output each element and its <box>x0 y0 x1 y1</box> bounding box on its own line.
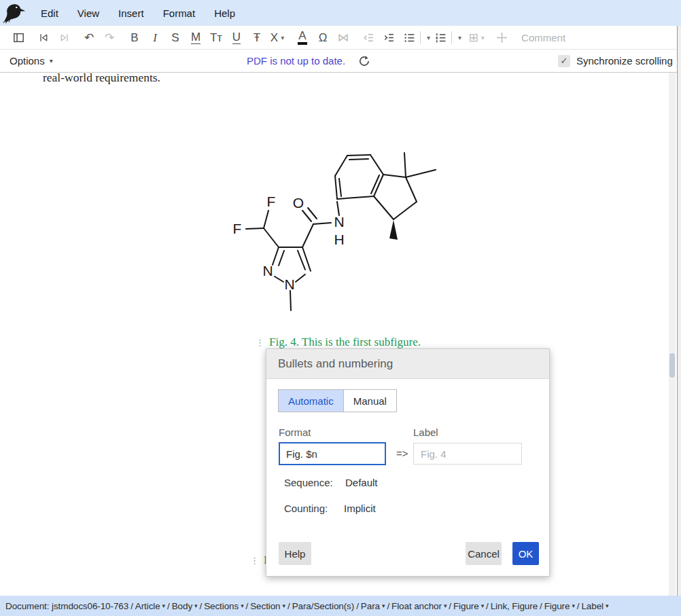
status-bar-breadcrumb: Document: jstmdocs06-10-763/Article▾/Bod… <box>0 596 681 616</box>
breadcrumb-item[interactable]: Sections▾ <box>204 601 243 611</box>
breadcrumb-item[interactable]: Float anchor▾ <box>391 601 447 611</box>
chevron-down-icon: ▾ <box>427 34 430 41</box>
chevron-down-icon: ▾ <box>50 57 53 65</box>
bowtie-button: ⋈ <box>333 27 353 48</box>
numbered-list-button[interactable]: ▾ <box>435 27 461 48</box>
monospace-button[interactable]: M <box>186 27 206 48</box>
help-button[interactable]: Help <box>279 542 311 565</box>
menu-bar: EditViewInsertFormatHelp <box>0 0 681 26</box>
table-button: ⊞▾ <box>466 27 487 48</box>
ok-button[interactable]: OK <box>512 542 539 565</box>
toolbar-buttons: ↶↷BISMTᴛUŦX▾AΩ⋈▾▾⊞▾ <box>8 27 512 48</box>
bold-button[interactable]: B <box>124 27 145 48</box>
breadcrumb-item: Link, Figure <box>491 601 538 611</box>
options-bar: Options ▾ PDF is not up to date. ✓ Synch… <box>0 50 677 73</box>
label-preview-input[interactable] <box>413 443 522 465</box>
italic-button[interactable]: I <box>145 27 165 48</box>
undo-button[interactable]: ↶ <box>79 27 99 48</box>
bullet-list-button[interactable]: ▾ <box>404 27 430 48</box>
menu-edit[interactable]: Edit <box>31 1 68 25</box>
format-field-label: Format <box>279 427 311 438</box>
breadcrumb-item[interactable]: Figure▾ <box>453 601 484 611</box>
atom-label-n-amide: N <box>334 214 344 230</box>
strikethrough-button[interactable]: Ŧ <box>247 27 267 48</box>
bullet-list-icon <box>404 32 415 43</box>
sequence-label: Sequence: <box>284 477 333 488</box>
sans-serif-button[interactable]: S <box>165 27 186 48</box>
chevron-down-icon: ▾ <box>162 602 165 609</box>
chevron-down-icon: ▾ <box>444 602 447 609</box>
figure-caption[interactable]: Fig. 4. This is the first subfigure. <box>269 336 421 349</box>
text-color-button[interactable]: A <box>292 27 313 48</box>
breadcrumb-item-label: Article <box>135 601 160 611</box>
chevron-down-icon: ▾ <box>458 34 461 41</box>
breadcrumb-item-label: Sections <box>204 601 239 611</box>
outdent-icon <box>363 32 374 43</box>
refresh-pdf-icon[interactable] <box>358 55 370 67</box>
vertical-scrollbar-thumb[interactable] <box>669 353 675 378</box>
cancel-button[interactable]: Cancel <box>466 542 502 565</box>
pdf-status-text: PDF is not up to date. <box>247 55 345 67</box>
numbered-list-icon <box>435 32 447 43</box>
vertical-scrollbar-track[interactable] <box>669 73 676 596</box>
format-input[interactable] <box>279 442 386 465</box>
breadcrumb-separator: / <box>449 601 451 611</box>
breadcrumb-item[interactable]: Body▾ <box>172 601 198 611</box>
atom-label-f-top: F <box>267 194 276 209</box>
breadcrumb-item[interactable]: Label▾ <box>581 601 608 611</box>
redo-glyph: ↷ <box>105 32 114 43</box>
adjacent-pane-edge <box>678 26 681 596</box>
atom-label-f-left: F <box>233 221 242 236</box>
breadcrumb-separator: / <box>167 601 170 611</box>
synchronize-scrolling-checkbox[interactable]: ✓ <box>558 55 570 67</box>
paragraph-text[interactable]: real-world requirements. <box>43 71 160 85</box>
skip-to-end-button <box>54 27 74 48</box>
menu-help[interactable]: Help <box>205 1 245 25</box>
math-style-button[interactable]: X▾ <box>267 27 287 48</box>
chevron-down-icon: ▾ <box>194 602 197 609</box>
chevron-down-icon: ▾ <box>283 602 285 609</box>
chevron-down-icon: ▾ <box>606 602 608 609</box>
chevron-down-icon: ▾ <box>481 34 485 41</box>
small-caps-glyph: Tᴛ <box>210 32 222 43</box>
redo-button: ↷ <box>99 27 120 48</box>
tab-manual[interactable]: Manual <box>343 390 396 412</box>
breadcrumb-separator: / <box>387 601 389 611</box>
checkmark-icon: ✓ <box>561 56 568 66</box>
monospace-glyph: M <box>191 31 200 44</box>
small-caps-button[interactable]: Tᴛ <box>206 27 226 48</box>
caption-drag-handle[interactable]: ⋮ <box>256 338 264 347</box>
menu-insert[interactable]: Insert <box>109 1 154 25</box>
bold-glyph: B <box>130 32 138 43</box>
app-logo-bird-icon <box>1 1 29 25</box>
chemical-structure-figure[interactable]: F F O N H N N <box>224 143 449 319</box>
breadcrumb-item-label: Para <box>361 601 380 611</box>
menu-format[interactable]: Format <box>154 1 205 25</box>
comment-button[interactable]: Comment <box>521 32 565 43</box>
tab-automatic[interactable]: Automatic <box>279 390 343 412</box>
caption2-drag-handle[interactable]: ⋮ <box>250 556 259 565</box>
underline-button[interactable]: U <box>226 27 247 48</box>
breadcrumb-item-label: Figure <box>453 601 479 611</box>
breadcrumb-item-label: Float anchor <box>391 601 442 611</box>
options-menu-button[interactable]: Options ▾ <box>10 55 53 67</box>
dialog-title: Bullets and numbering <box>278 357 393 371</box>
synchronize-scrolling-label: Synchronize scrolling <box>576 55 673 67</box>
special-character-button[interactable]: Ω <box>313 27 333 48</box>
page-panel-button[interactable] <box>8 27 29 48</box>
application-window: EditViewInsertFormatHelp ↶↷BISMTᴛUŦX▾AΩ⋈… <box>0 0 681 616</box>
chevron-down-icon: ▾ <box>481 602 484 609</box>
indent-button[interactable] <box>379 27 399 48</box>
menu-view[interactable]: View <box>68 1 109 25</box>
math-style-glyph: X <box>270 32 278 43</box>
breadcrumb-item[interactable]: Para▾ <box>361 601 385 611</box>
breadcrumb-item[interactable]: Section▾ <box>250 601 285 611</box>
underline-glyph: U <box>232 31 241 44</box>
breadcrumb-item[interactable]: Article▾ <box>135 601 165 611</box>
breadcrumb-item-label: Para/Section(s) <box>292 601 355 611</box>
italic-glyph: I <box>153 32 157 43</box>
breadcrumb-item[interactable]: Figure▾ <box>544 601 575 611</box>
skip-to-start-button[interactable] <box>33 27 54 48</box>
divider <box>451 31 452 43</box>
breadcrumb-separator: / <box>199 601 202 611</box>
